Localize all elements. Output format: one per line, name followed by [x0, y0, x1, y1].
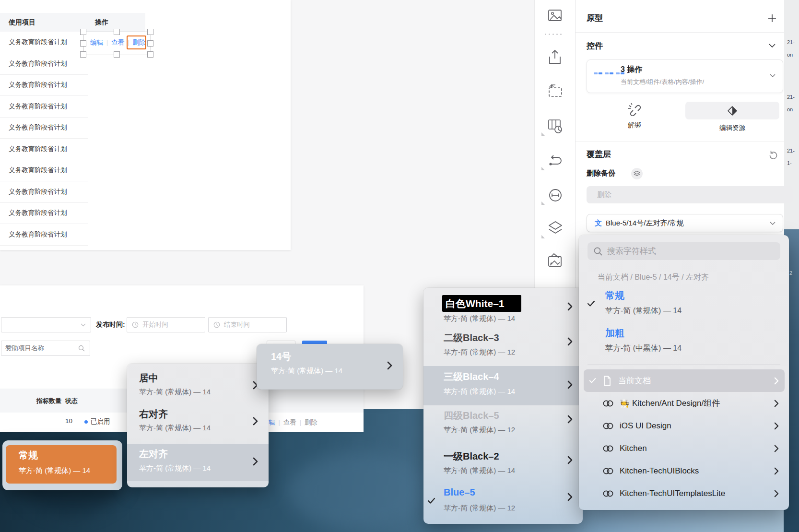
edit-resource-button[interactable] — [685, 102, 779, 119]
menu-item-black-2[interactable]: 一级Black–2 苹方-简 (常规体) — 14 — [423, 449, 583, 485]
widget-section-title: 控件 — [587, 40, 603, 51]
menu-item-center[interactable]: 居中 苹方-简 (常规体) — 14 — [127, 370, 269, 406]
search-icon — [78, 345, 85, 352]
selection-handle[interactable] — [147, 29, 153, 35]
table-row: 义务教育阶段省计划 — [0, 74, 88, 96]
submenu-corner-triangle — [541, 132, 545, 136]
image-tool-icon[interactable] — [547, 8, 563, 23]
selection-handle[interactable] — [80, 51, 86, 58]
text-style-selector[interactable]: 文 Blue-5/14号/左对齐/常规 — [587, 214, 783, 232]
divider — [588, 365, 780, 365]
end-time-input[interactable]: 结束时间 — [208, 317, 287, 332]
cell-usage: 义务教育阶段省计划 — [9, 188, 67, 196]
library-ios-ui-design[interactable]: iOS UI Design — [584, 414, 785, 437]
cell-usage: 义务教育阶段省计划 — [9, 166, 67, 175]
cell-usage: 义务教育阶段省计划 — [9, 230, 67, 239]
style-search-input[interactable]: 搜索字符样式 — [588, 242, 780, 260]
project-name-input[interactable]: 赞助项目名称 — [1, 341, 90, 356]
table-row: 义务教育阶段省计划 — [0, 138, 88, 160]
anchor-point-icon[interactable] — [547, 187, 564, 203]
library-kitchen[interactable]: Kitchen — [584, 437, 785, 460]
unbind-button[interactable]: 解绑 — [621, 101, 648, 130]
selection-handle[interactable] — [147, 51, 153, 58]
publish-time-label: 发布时间: — [96, 320, 125, 329]
menu-item-white-1[interactable]: 白色White–1 苹方-简 (常规体) — 14 — [423, 293, 583, 329]
unbind-label: 解绑 — [621, 121, 648, 130]
menu-item-left-align[interactable]: 左对齐 苹方-简 (常规体) — 14 — [127, 444, 269, 481]
cell-usage: 义务教育阶段省计划 — [9, 81, 67, 89]
style-option-regular[interactable]: 常规 苹方-简 (常规体) — 14 — [579, 287, 789, 321]
menu-item-black-3[interactable]: 二级Black–3 苹方-简 (常规体) — 12 — [423, 330, 583, 366]
menu-item-black-4[interactable]: 三级Black–4 苹方-简 (常规体) — 14 — [423, 366, 583, 405]
start-time-placeholder: 开始时间 — [142, 320, 168, 329]
font-size-menu: 14号 苹方-简 (常规体) — 14 — [257, 344, 403, 390]
column-header-metric: 指标数量 — [36, 397, 61, 405]
flow-connector-icon[interactable] — [547, 154, 564, 168]
font-weight-item-regular[interactable]: 常规 苹方-简 (常规体) — 14 — [6, 445, 117, 484]
component-diamond-icon — [727, 106, 738, 116]
checkmark-icon — [427, 497, 435, 504]
menu-item-black-5[interactable]: 四级Black–5 苹方-简 (常规体) — 12 — [423, 408, 583, 444]
menu-item-right-align[interactable]: 右对齐 苹方-简 (常规体) — 14 — [127, 406, 269, 442]
library-kitchen-techuitemplateslite[interactable]: Kitchen-TechUITemplatesLite — [584, 482, 785, 505]
menu-item-blue-5[interactable]: Blue–5 苹方-简 (常规体) — 12 — [423, 485, 583, 521]
chevron-right-icon — [567, 337, 573, 346]
color-style-menu: 白色White–1 苹方-简 (常规体) — 14 二级Black–3 苹方-简… — [423, 288, 583, 524]
prototype-section-title: 原型 — [587, 12, 603, 24]
layers-tool-icon[interactable] — [547, 220, 564, 236]
chevron-right-icon — [387, 361, 392, 370]
style-search-placeholder: 搜索字符样式 — [607, 246, 656, 257]
chevron-down-icon[interactable] — [769, 73, 776, 78]
menu-item-subtitle: 苹方-简 (常规体) — 14 — [19, 466, 90, 475]
library-label: Kitchen-TechUITemplatesLite — [620, 489, 725, 498]
column-header-usage: 使用项目 — [9, 18, 35, 27]
style-option-title: 常规 — [605, 289, 624, 302]
component-card[interactable]: 3 操作 当前文档/组件/表格/内容/操作/ — [587, 59, 783, 93]
view-link[interactable]: 查看 — [283, 418, 296, 427]
style-option-bold[interactable]: 加粗 苹方-简 (中黑体) — 14 — [579, 324, 789, 359]
more-tools-dots-icon[interactable] — [545, 34, 562, 35]
delete-link[interactable]: 删除 — [305, 418, 317, 427]
selection-handle[interactable] — [80, 29, 86, 35]
style-option-subtitle: 苹方-简 (中黑体) — 14 — [605, 343, 682, 354]
selection-handle[interactable] — [147, 40, 153, 47]
start-time-input[interactable]: 开始时间 — [127, 317, 205, 332]
chevron-down-icon[interactable] — [768, 43, 776, 48]
style-section-label: 当前文档 / Blue-5 / 14号 / 左对齐 — [598, 272, 709, 283]
layers-badge-icon[interactable] — [631, 168, 643, 179]
reset-overlay-icon[interactable] — [767, 150, 779, 161]
add-prototype-icon[interactable] — [767, 13, 777, 23]
cell-usage: 义务教育阶段省计划 — [9, 123, 67, 132]
cutoff-text: 21- — [787, 94, 795, 100]
chevron-right-icon — [567, 415, 573, 424]
library-kitchen-techuiblocks[interactable]: Kitchen-TechUIBlocks — [584, 460, 785, 482]
metric-cell: 10 — [65, 417, 72, 425]
menu-item-14[interactable]: 14号 苹方-简 (常规体) — 14 — [257, 344, 403, 390]
status-dot — [84, 420, 88, 424]
asset-palette-icon[interactable] — [547, 253, 564, 269]
menu-item-subtitle: 苹方-简 (常规体) — 14 — [444, 387, 515, 396]
library-current-document[interactable]: 当前文档 — [584, 369, 785, 392]
font-weight-menu: 常规 苹方-简 (常规体) — 14 — [2, 440, 122, 490]
selection-handle[interactable] — [114, 29, 120, 35]
link-icon — [602, 489, 614, 498]
style-option-subtitle: 苹方-简 (常规体) — 14 — [605, 306, 682, 316]
selection-handle[interactable] — [80, 40, 86, 47]
menu-item-subtitle: 苹方-简 (常规体) — 14 — [444, 314, 515, 323]
overlay-delete-input[interactable]: 删除 — [587, 186, 793, 203]
chevron-right-icon — [774, 400, 779, 407]
filter-select[interactable] — [1, 317, 91, 332]
selection-handle[interactable] — [114, 51, 120, 58]
library-kitchen-ant-design[interactable]: 🧑‍🍳 Kitchen/Ant Design/组件 — [584, 392, 785, 414]
chevron-right-icon — [774, 490, 779, 497]
menu-item-title: 右对齐 — [139, 408, 168, 421]
project-name-value: 赞助项目名称 — [5, 344, 44, 353]
table-row: 义务教育阶段省计划 — [0, 160, 88, 181]
partial-action-links: 辑 | 查看 | 删除 — [269, 418, 317, 427]
slice-tool-icon[interactable] — [547, 83, 564, 99]
widget-tool-icon[interactable] — [547, 118, 564, 134]
export-icon[interactable] — [547, 49, 563, 65]
menu-item-title: 白色White–1 — [446, 297, 505, 310]
cutoff-text: on — [787, 106, 793, 112]
edit-link-partial[interactable]: 辑 — [269, 418, 275, 427]
